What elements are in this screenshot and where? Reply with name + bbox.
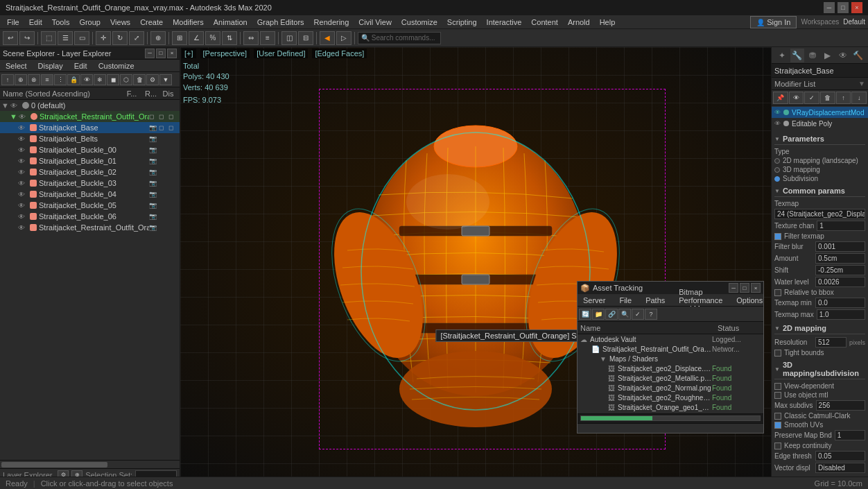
menu-create[interactable]: Create — [136, 17, 167, 28]
use-object-mtl-checkbox[interactable] — [774, 392, 781, 399]
at-item-metallic[interactable]: 🖼 Straitjacket_geo2_Metallic.png Found — [578, 373, 763, 383]
filter-blur-value[interactable]: 0.001 — [815, 241, 865, 252]
se-item-buckle04[interactable]: 👁 Straitjacket_Buckle_04 📷 — [0, 189, 180, 200]
rp-mod-movedown-btn[interactable]: ↓ — [851, 92, 867, 104]
se-menu-display[interactable]: Display — [35, 61, 66, 71]
menu-views[interactable]: Views — [106, 17, 134, 28]
shift-value[interactable]: -0.25cm — [815, 265, 865, 275]
se-horizontal-scrollbar[interactable] — [0, 460, 180, 468]
at-folder-btn[interactable]: 📁 — [592, 309, 605, 320]
rp-mod-delete-btn[interactable]: 🗑 — [820, 92, 835, 104]
close-button[interactable]: × — [851, 2, 862, 13]
se-item-group-orange[interactable]: ▼ 👁 Straitjacket_Restraint_Outfit_Orange… — [0, 111, 180, 122]
se-item-buckle06[interactable]: 👁 Straitjacket_Buckle_06 📷 — [0, 211, 180, 222]
tex-chan-value[interactable]: 1 — [817, 221, 865, 231]
menu-edit[interactable]: Edit — [25, 17, 46, 28]
se-tool-settings[interactable]: ⚙ — [146, 74, 159, 85]
se-menu-edit[interactable]: Edit — [71, 61, 90, 71]
at-restore-btn[interactable]: □ — [740, 283, 749, 293]
tight-bounds-checkbox[interactable] — [774, 350, 781, 357]
edge-thresh-value[interactable]: 0.05 — [815, 451, 865, 461]
rp-display-tab[interactable]: 👁 — [836, 49, 850, 62]
at-item-max-file[interactable]: 📄 Straitjacket_Restraint_Outfit_Orange_m… — [578, 344, 763, 354]
water-level-value[interactable]: 0.0026 — [815, 277, 865, 287]
menu-rendering[interactable]: Rendering — [310, 17, 354, 28]
at-item-maps-group[interactable]: ▼ Maps / Shaders — [578, 354, 763, 363]
se-item-buckle00[interactable]: 👁 Straitjacket_Buckle_00 📷 — [0, 144, 180, 155]
at-refresh-btn[interactable]: 🔄 — [579, 309, 591, 320]
spinner-snap-button[interactable]: ⇅ — [222, 31, 237, 45]
radio-3d[interactable] — [774, 167, 780, 173]
se-tool-wire[interactable]: ⬡ — [120, 74, 132, 85]
se-item-base[interactable]: 👁 Straitjacket_Base 📷 ◻ ◻ — [0, 122, 180, 133]
at-menu-options[interactable]: Options — [734, 295, 765, 305]
texmap-value[interactable]: 24 (Straitjacket_geo2_Displac — [774, 209, 865, 219]
minimize-button[interactable]: ─ — [824, 2, 835, 13]
rp-mod-moveup-btn[interactable]: ↑ — [836, 92, 851, 104]
radio-subdiv[interactable] — [774, 176, 780, 182]
menu-help[interactable]: Help — [596, 17, 620, 28]
rotate-button[interactable]: ↻ — [112, 31, 128, 45]
rp-pin-btn[interactable]: 📌 — [773, 92, 788, 104]
se-item-buckle03[interactable]: 👁 Straitjacket_Buckle_03 📷 — [0, 178, 180, 189]
menu-arnold[interactable]: Arnold — [564, 17, 594, 28]
se-item-layer0[interactable]: ▼ 👁 0 (default) — [0, 100, 180, 111]
select-by-name-button[interactable]: ☰ — [58, 31, 73, 45]
smooth-uvs-checkbox[interactable] — [774, 422, 781, 429]
se-tool-3[interactable]: ⊗ — [28, 74, 40, 85]
at-item-roughness[interactable]: 🖼 Straitjacket_geo2_Roughness.png Found — [578, 393, 763, 402]
search-bar[interactable]: 🔍 Search commands... — [358, 32, 441, 44]
at-item-displace[interactable]: 🖼 Straitjacket_geo2_Displace.png Found — [578, 363, 763, 373]
maximize-button[interactable]: □ — [837, 2, 849, 13]
se-close-btn[interactable]: × — [167, 49, 177, 58]
select-button[interactable]: ⬚ — [41, 31, 56, 45]
keep-continuity-checkbox[interactable] — [774, 443, 781, 449]
texmap-min-value[interactable]: 0.0 — [815, 298, 865, 308]
menu-animation[interactable]: Animation — [209, 17, 252, 28]
rp-motion-tab[interactable]: ▶ — [821, 49, 835, 62]
at-help-btn[interactable]: ? — [645, 309, 657, 320]
se-tool-delete[interactable]: 🗑 — [133, 74, 146, 85]
rp-modify-tab[interactable]: 🔧 — [790, 49, 804, 62]
relative-bbox-checkbox[interactable] — [774, 289, 781, 296]
menu-tools[interactable]: Tools — [48, 17, 74, 28]
at-link-btn[interactable]: 🔗 — [605, 309, 618, 320]
at-resolve-btn[interactable]: ✓ — [632, 309, 644, 320]
at-item-vault[interactable]: ☁ Autodesk Vault Logged... — [578, 334, 763, 344]
at-item-basecolor[interactable]: 🖼 Straitjacket_Orange_geo1_BaseColor.png… — [578, 402, 763, 412]
scene-explorer-button[interactable]: ⊟ — [298, 31, 313, 45]
se-item-buckle05[interactable]: 👁 Straitjacket_Buckle_05 📷 — [0, 200, 180, 211]
select-rect-button[interactable]: ▭ — [74, 31, 89, 45]
se-tool-2[interactable]: ⊕ — [15, 74, 27, 85]
se-item-buckle01[interactable]: 👁 Straitjacket_Buckle_01 📷 — [0, 155, 180, 166]
at-menu-server[interactable]: Server — [580, 295, 608, 305]
scale-button[interactable]: ⤢ — [129, 31, 144, 45]
view-dependent-checkbox[interactable] — [774, 383, 781, 390]
se-tool-render[interactable]: ◼ — [107, 74, 119, 85]
layer-button[interactable]: ◫ — [281, 31, 297, 45]
vector-displ-value[interactable]: Disabled — [815, 463, 865, 473]
resolution-value[interactable]: 512 — [815, 337, 847, 348]
se-item-belts[interactable]: 👁 Straitjacket_Belts 📷 — [0, 133, 180, 144]
se-tool-visible[interactable]: 👁 — [80, 74, 93, 85]
rp-create-tab[interactable]: ✦ — [775, 49, 789, 62]
se-minimize-btn[interactable]: ─ — [145, 49, 155, 58]
rp-mod-show-btn[interactable]: 👁 — [789, 92, 804, 104]
redo-button[interactable]: ↪ — [19, 31, 35, 45]
render-button[interactable]: ◀ — [320, 31, 335, 45]
sign-in-button[interactable]: 👤 Sign In — [750, 16, 797, 28]
menu-civil-view[interactable]: Civil View — [354, 17, 395, 28]
mod-vray-displacement[interactable]: 👁 VRayDisplacementMod — [772, 107, 868, 118]
menu-interactive[interactable]: Interactive — [483, 17, 526, 28]
angle-snap-button[interactable]: ∠ — [189, 31, 204, 45]
radio-2d[interactable] — [774, 158, 780, 164]
at-minimize-btn[interactable]: ─ — [729, 283, 738, 293]
se-item-restraint-orange[interactable]: 👁 Straitjacket_Restraint_Outfit_Orange 📷 — [0, 222, 180, 233]
rp-mod-active-btn[interactable]: ✓ — [804, 92, 819, 104]
se-tool-lock[interactable]: 🔒 — [67, 74, 80, 85]
se-menu-customize[interactable]: Customize — [96, 61, 137, 71]
rp-utilities-tab[interactable]: 🔨 — [851, 49, 865, 62]
render-frame-button[interactable]: ▷ — [336, 31, 351, 45]
classic-catmull-checkbox[interactable] — [774, 413, 781, 420]
pivot-button[interactable]: ⊕ — [150, 31, 166, 45]
